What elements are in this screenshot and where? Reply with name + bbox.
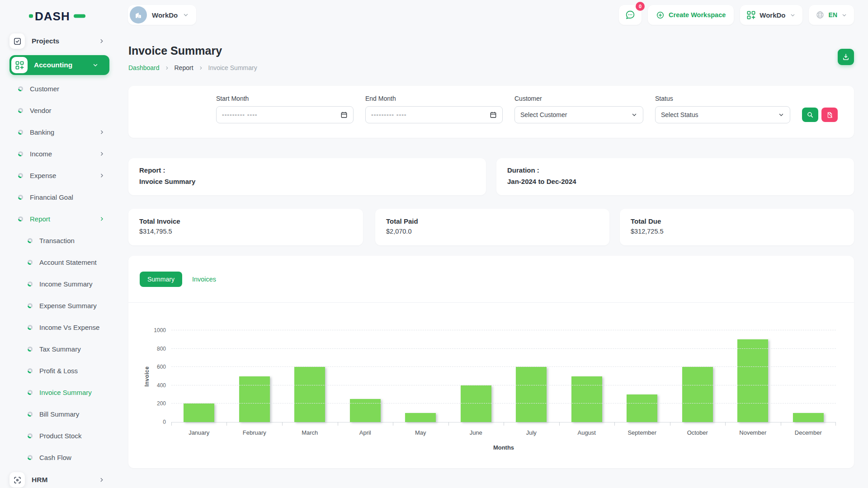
create-workspace-label: Create Workspace [669,11,726,19]
tab-bar: Summary Invoices [128,256,854,303]
x-axis-tick [835,422,836,426]
calendar-icon[interactable] [340,111,348,118]
bullet-icon [18,173,23,178]
x-axis-category-label: July [504,429,559,436]
end-month-field: End Month --------- ---- [365,95,503,123]
app-switcher-button[interactable]: WorkDo [740,5,802,25]
bar-august[interactable] [571,376,602,422]
sidebar-item-label: Financial Goal [30,193,73,201]
sidebar-item-label: Income Vs Expense [39,324,99,331]
breadcrumb: Dashboard Report Invoice Summary [128,64,257,71]
status-select[interactable]: Select Status [655,106,790,123]
workspace-switcher[interactable]: WorkDo [128,5,196,25]
x-axis-tick [614,422,615,426]
sidebar-item-cash-flow[interactable]: Cash Flow [9,446,109,468]
stat-value: $314,795.5 [139,228,352,235]
download-button[interactable] [838,49,854,65]
customer-select[interactable]: Select Customer [514,106,643,123]
sidebar-item-label: Tax Summary [39,345,81,353]
filter-panel: Start Month --------- ---- End Month ---… [128,86,854,138]
sidebar-item-label: Profit & Loss [39,367,78,375]
tab-summary[interactable]: Summary [140,272,182,287]
y-axis-tick-label: 200 [157,400,166,407]
sidebar-item-profit-loss[interactable]: Profit & Loss [9,360,109,381]
report-card-label: Report : [139,166,475,174]
sidebar-item-expense[interactable]: Expense [9,164,109,186]
grid-plus-icon [747,11,755,19]
sidebar-item-tax-summary[interactable]: Tax Summary [9,338,109,360]
breadcrumb-current: Invoice Summary [208,64,257,71]
bar-february[interactable] [239,376,270,422]
create-workspace-button[interactable]: Create Workspace [648,5,734,25]
logo-text: DASH [35,9,70,23]
bar-october[interactable] [682,367,713,422]
bar-november[interactable] [737,339,768,422]
bar-september[interactable] [627,394,657,422]
page-title: Invoice Summary [128,44,222,57]
messages-button[interactable]: 0 [619,5,642,25]
bar-april[interactable] [350,399,381,422]
bullet-icon [28,412,33,417]
sidebar-item-income[interactable]: Income [9,143,109,164]
sidebar-item-vendor[interactable]: Vendor [9,99,109,121]
sidebar-item-label: Projects [32,37,99,45]
sidebar-item-bill-summary[interactable]: Bill Summary [9,403,109,425]
tab-invoices[interactable]: Invoices [192,276,216,283]
building-icon [130,6,147,23]
reset-filter-button[interactable] [821,108,838,122]
app-logo[interactable]: DASH [29,9,86,23]
start-month-input[interactable]: --------- ---- [216,106,354,123]
chevron-down-icon [790,12,796,18]
x-axis-tick [393,422,393,426]
sidebar-item-product-stock[interactable]: Product Stock [9,425,109,446]
sidebar-item-report[interactable]: Report [9,208,109,230]
chevron-right-icon [198,66,203,70]
bar-december[interactable] [793,413,824,422]
accounting-submenu: CustomerVendorBankingIncomeExpenseFinanc… [9,78,109,230]
bar-january[interactable] [184,404,214,422]
report-card-value: Invoice Summary [139,178,475,185]
sidebar-item-label: Vendor [30,107,52,114]
bar-july[interactable] [516,367,547,422]
sidebar-item-account-statement[interactable]: Account Statement [9,251,109,273]
breadcrumb-dashboard[interactable]: Dashboard [128,64,160,71]
breadcrumb-report[interactable]: Report [175,64,193,71]
file-slash-icon [826,112,833,118]
bar-june[interactable] [461,385,491,422]
stat-label: Total Invoice [139,217,352,225]
sidebar-item-invoice-summary[interactable]: Invoice Summary [9,381,109,403]
sidebar-item-projects[interactable]: Projects [9,33,109,49]
sidebar-item-hrm[interactable]: HRM [9,470,109,488]
bullet-icon [28,390,33,395]
x-axis-category-label: February [227,429,283,436]
stat-value: $312,725.5 [631,228,843,235]
sidebar-item-customer[interactable]: Customer [9,78,109,99]
sidebar: Projects Accounting CustomerVendorBankin… [0,30,117,488]
bullet-icon [28,347,33,352]
x-axis-category-label: December [781,429,836,436]
sidebar-item-accounting[interactable]: Accounting [9,55,109,75]
end-month-input[interactable]: --------- ---- [365,106,503,123]
sidebar-item-income-summary[interactable]: Income Summary [9,273,109,295]
sidebar-item-income-vs-expense[interactable]: Income Vs Expense [9,316,109,338]
language-selector[interactable]: EN [809,5,854,25]
apply-filter-button[interactable] [802,108,818,122]
x-axis-category-label: January [171,429,227,436]
sidebar-item-banking[interactable]: Banking [9,121,109,143]
bar-march[interactable] [294,367,325,422]
messages-badge: 0 [636,2,645,11]
sidebar-item-transaction[interactable]: Transaction [9,230,109,251]
x-axis-tick [670,422,670,426]
calendar-icon[interactable] [490,111,497,118]
customer-label: Customer [514,95,643,102]
sidebar-item-expense-summary[interactable]: Expense Summary [9,295,109,316]
chevron-down-icon [92,62,99,68]
sidebar-item-label: Banking [30,128,54,136]
sidebar-item-label: Report [30,215,50,223]
x-axis-category-label: April [338,429,393,436]
sidebar-item-label: Bill Summary [39,410,79,418]
sidebar-item-financial-goal[interactable]: Financial Goal [9,186,109,208]
sidebar-item-label: Expense [30,172,56,179]
total-paid-card: Total Paid $2,070.0 [375,209,609,245]
bar-may[interactable] [405,413,436,422]
